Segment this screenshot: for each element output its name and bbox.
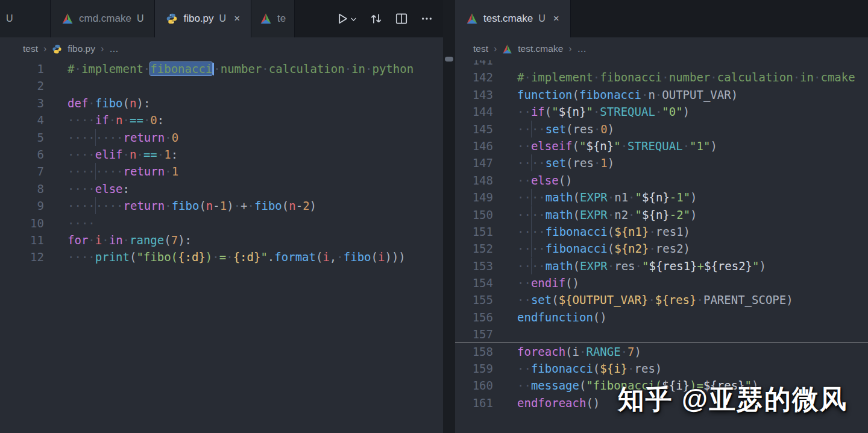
code-line[interactable]: 149····math(EXPR·n1·"${n}-1") — [455, 189, 868, 206]
code-line[interactable]: 9········return·fibo(n-1)·+·fibo(n-2) — [0, 197, 443, 214]
code-line[interactable]: 157 — [455, 326, 868, 343]
git-status-badge: U — [137, 13, 144, 24]
code-line[interactable]: 7········return·1 — [0, 163, 443, 180]
line-number[interactable]: 147 — [455, 154, 493, 171]
code-line[interactable]: 147····set(res·1) — [455, 154, 868, 171]
code-line[interactable]: 158foreach(i·RANGE·7) — [455, 343, 868, 360]
code-line[interactable]: 156endfunction() — [455, 309, 868, 326]
code-line[interactable]: 154··endif() — [455, 274, 868, 291]
line-number[interactable]: 156 — [455, 309, 493, 326]
tab-clipped[interactable]: te — [251, 0, 295, 37]
chevron-right-icon: › — [494, 43, 497, 54]
tab-label: cmd.cmake — [79, 13, 131, 25]
code-line[interactable]: 11for·i·in·range(7): — [0, 232, 443, 248]
code-line[interactable]: 12····print("fibo({:d})·=·{:d}".format(i… — [0, 248, 443, 265]
line-number[interactable]: 153 — [455, 258, 493, 274]
tab-test-cmake[interactable]: test.cmake U × — [455, 0, 571, 37]
line-number[interactable]: 154 — [455, 274, 493, 291]
line-number[interactable]: 142 — [455, 69, 493, 86]
line-number[interactable]: 155 — [455, 291, 493, 308]
line-number[interactable]: 6 — [0, 146, 44, 163]
breadcrumb-file[interactable]: fibo.py — [68, 43, 95, 54]
code-line[interactable]: 6····elif·n·==·1: — [0, 146, 443, 163]
code-line[interactable]: 4····if·n·==·0: — [0, 112, 443, 128]
line-number[interactable]: 5 — [0, 129, 44, 146]
code-line[interactable]: 8····else: — [0, 180, 443, 197]
code-line[interactable]: 146··elseif("${n}"·STREQUAL·"1") — [455, 137, 868, 154]
editor-test-cmake[interactable]: 141142#·implement·fibonacci·number·calcu… — [455, 60, 868, 433]
overview-ruler-marker — [445, 57, 453, 62]
python-icon — [166, 13, 178, 25]
code-line[interactable]: 151····fibonacci(${n1}·res1) — [455, 223, 868, 240]
line-number[interactable]: 158 — [455, 343, 493, 360]
line-number[interactable]: 161 — [455, 394, 493, 411]
code-line[interactable]: 3def·fibo(n): — [0, 95, 443, 112]
code-line[interactable]: 159··fibonacci(${i}·res) — [455, 360, 868, 377]
line-number[interactable]: 4 — [0, 112, 44, 128]
code-line[interactable]: 143function(fibonacci·n·OUTPUT_VAR) — [455, 86, 868, 103]
git-status-badge: U — [219, 13, 227, 24]
line-number[interactable]: 157 — [455, 326, 493, 342]
line-number[interactable]: 3 — [0, 95, 44, 112]
line-number[interactable]: 143 — [455, 86, 493, 103]
line-number[interactable]: 159 — [455, 360, 493, 377]
code-line[interactable]: 153····math(EXPR·res·"${res1}+${res2}") — [455, 258, 868, 274]
code-line[interactable]: 148··else() — [455, 172, 868, 189]
line-number[interactable]: 151 — [455, 223, 493, 240]
tab-label: test.cmake — [483, 13, 533, 25]
code-line[interactable]: 144··if("${n}"·STREQUAL·"0") — [455, 103, 868, 120]
tab-bar-right: test.cmake U × — [455, 0, 868, 37]
line-number[interactable]: 145 — [455, 121, 493, 137]
code-line[interactable]: 5········return·0 — [0, 129, 443, 146]
editor-sash[interactable] — [443, 0, 455, 433]
code-line[interactable]: 141 — [455, 60, 868, 69]
line-number[interactable]: 146 — [455, 137, 493, 154]
line-number[interactable]: 12 — [0, 248, 44, 265]
split-editor-icon[interactable] — [395, 12, 408, 25]
line-number[interactable]: 1 — [0, 60, 44, 77]
close-icon[interactable]: × — [553, 13, 559, 25]
line-number[interactable]: 144 — [455, 103, 493, 120]
line-number[interactable]: 8 — [0, 180, 44, 197]
editor-fibo-py[interactable]: 1#·implement·fibonacci·number·calculatio… — [0, 60, 443, 433]
line-number[interactable]: 160 — [455, 377, 493, 394]
line-number[interactable]: 148 — [455, 172, 493, 189]
open-changes-icon[interactable] — [370, 12, 383, 25]
code-line[interactable]: 150····math(EXPR·n2·"${n}-2") — [455, 206, 868, 223]
cmake-icon — [260, 13, 272, 25]
code-line[interactable]: 145····set(res·0) — [455, 121, 868, 137]
chevron-right-icon: › — [43, 43, 46, 54]
line-number[interactable]: 149 — [455, 189, 493, 206]
line-number[interactable]: 9 — [0, 197, 44, 214]
tab-bar-left: U cmd.cmake U fibo.py U × — [0, 0, 443, 37]
code-line[interactable]: 155··set(${OUTPUT_VAR}·${res}·PARENT_SCO… — [455, 291, 868, 308]
run-dropdown-chevron-icon[interactable] — [350, 15, 357, 23]
tab-partial[interactable]: U — [0, 0, 51, 37]
breadcrumb-folder[interactable]: test — [473, 43, 488, 54]
breadcrumb-ellipsis[interactable]: … — [109, 43, 119, 54]
python-icon — [52, 44, 62, 54]
editor-group-right: test.cmake U × test › test.cmake › … 141… — [455, 0, 868, 433]
line-number[interactable]: 152 — [455, 240, 493, 257]
close-icon[interactable]: × — [234, 13, 240, 25]
tab-fibo-py[interactable]: fibo.py U × — [155, 0, 251, 37]
line-number[interactable]: 141 — [455, 60, 493, 69]
line-number[interactable]: 2 — [0, 77, 44, 94]
breadcrumb-folder[interactable]: test — [23, 43, 38, 54]
line-number[interactable]: 10 — [0, 215, 44, 232]
tab-cmd-cmake[interactable]: cmd.cmake U — [51, 0, 155, 37]
line-number[interactable]: 11 — [0, 232, 44, 248]
code-line[interactable]: 142#·implement·fibonacci·number·calculat… — [455, 69, 868, 86]
code-line[interactable]: 2 — [0, 77, 443, 94]
code-line[interactable]: 1#·implement·fibonacci·number·calculatio… — [0, 60, 443, 77]
code-line[interactable]: 152····fibonacci(${n2}·res2) — [455, 240, 868, 257]
line-number[interactable]: 150 — [455, 206, 493, 223]
more-actions-icon[interactable] — [420, 12, 433, 25]
line-number[interactable]: 7 — [0, 163, 44, 180]
run-python-file-button[interactable] — [336, 12, 349, 25]
breadcrumb-ellipsis[interactable]: … — [577, 43, 587, 54]
breadcrumb-left: test › fibo.py › … — [0, 37, 443, 60]
breadcrumb-file[interactable]: test.cmake — [518, 43, 563, 54]
code-line[interactable]: 10···· — [0, 215, 443, 232]
cmake-icon — [502, 44, 512, 54]
